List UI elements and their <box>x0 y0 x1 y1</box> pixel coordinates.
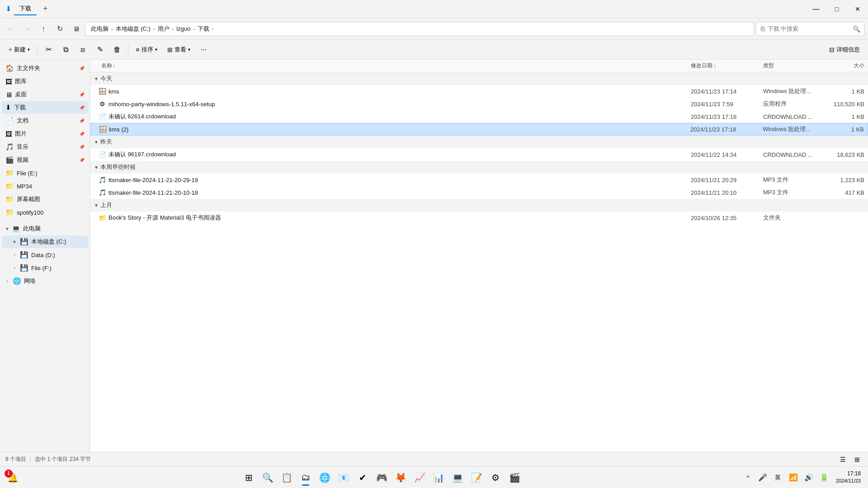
sound-button[interactable]: 🔊 <box>802 470 816 485</box>
gallery-icon: 🖼 <box>5 78 12 85</box>
file-type-icon: ⚙ <box>98 100 107 108</box>
sidebar-item-label: spotify100 <box>17 209 43 216</box>
start-button[interactable]: ⊞ <box>240 469 258 487</box>
file-explorer-button[interactable]: 🗂 <box>297 469 315 487</box>
edge-button[interactable]: 🌐 <box>316 469 334 487</box>
video-button[interactable]: 🎬 <box>505 469 524 487</box>
outlook-button[interactable]: 📧 <box>335 469 353 487</box>
col-date-header[interactable]: 修改日期 ↕ <box>687 62 760 70</box>
close-button[interactable]: ✕ <box>847 2 868 16</box>
file-size: 1 KB <box>822 126 868 133</box>
clock[interactable]: 17:18 2024/11/23 <box>832 470 864 484</box>
refresh-button[interactable]: ↻ <box>52 22 67 36</box>
notes-button[interactable]: 📝 <box>467 469 486 487</box>
sort-button[interactable]: ≡ 排序 ▾ <box>131 42 161 57</box>
search-input[interactable] <box>760 25 851 32</box>
list-view-button[interactable]: ☰ <box>837 454 848 465</box>
address-bar[interactable]: 此电脑 › 本地磁盘 (C:) › 用户 › lzguo › 下载 › <box>85 22 754 36</box>
sidebar-item-label: 网络 <box>24 277 36 285</box>
more-button[interactable]: ··· <box>196 42 212 57</box>
expand-icon: ▼ <box>4 226 11 231</box>
forward-button[interactable]: → <box>20 22 34 36</box>
copy-button[interactable]: ⧉ <box>57 42 74 57</box>
settings-button[interactable]: ⚙ <box>486 469 505 487</box>
details-button[interactable]: ⊟ 详细信息 <box>825 42 864 57</box>
sidebar-item-thispc[interactable]: ▼ 💻 此电脑 <box>2 222 88 235</box>
file-row[interactable]: 📄 未确认 62614.crdownload 2024/11/23 17:18 … <box>90 110 868 123</box>
back-button[interactable]: ← <box>4 22 18 36</box>
sidebar-item-pics[interactable]: 🖼 图片 📌 <box>2 127 88 140</box>
firefox-button[interactable]: 🦊 <box>392 469 410 487</box>
col-name-header[interactable]: 名称 ↕ <box>98 62 687 70</box>
search-bar[interactable]: 🔍 <box>756 22 864 36</box>
file-row[interactable]: 🪟 kms 2024/11/23 17:14 Windows 批处理... 1 … <box>90 85 868 98</box>
sidebar-item-gallery[interactable]: 🖼 图库 <box>2 75 88 88</box>
col-type-header[interactable]: 类型 <box>760 62 823 70</box>
battery-button[interactable]: 🔋 <box>817 470 831 485</box>
breadcrumb-item-1[interactable]: 本地磁盘 (C:) <box>114 24 152 34</box>
new-button[interactable]: + 新建 ▾ <box>4 42 34 57</box>
hidden-icons-button[interactable]: ^ <box>742 470 755 485</box>
file-date: 2024/11/23 7:59 <box>687 101 760 108</box>
monitor-button[interactable]: 📊 <box>429 469 448 487</box>
up-button[interactable]: ↑ <box>36 22 51 36</box>
xbox-button[interactable]: 🎮 <box>373 469 391 487</box>
sidebar-item-spotify[interactable]: 📁 spotify100 <box>2 206 88 219</box>
group-header-yesterday[interactable]: ▼ 昨天 <box>90 136 868 148</box>
sidebar-item-mp34[interactable]: 📁 MP34 <box>2 180 88 192</box>
todo-button[interactable]: ✔ <box>354 469 372 487</box>
terminal-button[interactable]: 💻 <box>448 469 467 487</box>
breadcrumb-item-3[interactable]: lzguo <box>175 24 192 33</box>
maximize-button[interactable]: □ <box>826 2 847 16</box>
file-row[interactable]: 📁 Book's Story - 开源 Material3 电子书阅读器 202… <box>90 211 868 224</box>
lang-button[interactable]: 英 <box>771 470 785 485</box>
file-row[interactable]: 🎵 ttsmaker-file-2024-11-21-20-10-18 2024… <box>90 186 868 199</box>
view-toggle-button[interactable]: 🖥 <box>69 22 83 36</box>
main-area: 🏠 主文件夹 📌 🖼 图库 🖥 桌面 📌 ⬇ 下载 📌 📄 文档 📌 🖼 图片 <box>0 60 868 452</box>
sidebar-item-desktop[interactable]: 🖥 桌面 📌 <box>2 88 88 101</box>
search-button[interactable]: 🔍 <box>259 469 277 487</box>
sidebar-item-videos[interactable]: 🎬 视频 📌 <box>2 154 88 166</box>
sidebar-item-d-drive[interactable]: › 💾 Data (D:) <box>2 249 88 261</box>
file-row[interactable]: 🎵 ttsmaker-file-2024-11-21-20-29-19 2024… <box>90 174 868 186</box>
file-row-selected[interactable]: 🪟 kms (2) 2024/11/23 17:18 Windows 批处理..… <box>90 123 868 136</box>
file-name: 未确认 62614.crdownload <box>107 113 687 121</box>
rename-button[interactable]: ✎ <box>92 42 108 57</box>
group-header-thisweek[interactable]: ▼ 本周早些时候 <box>90 161 868 174</box>
sidebar-item-home[interactable]: 🏠 主文件夹 📌 <box>2 62 88 75</box>
sidebar-item-downloads[interactable]: ⬇ 下载 📌 <box>2 101 88 114</box>
group-header-lastmonth[interactable]: ▼ 上月 <box>90 199 868 211</box>
view-button[interactable]: ⊞ 查看 ▾ <box>163 42 195 57</box>
group-header-today[interactable]: ▼ 今天 <box>90 72 868 85</box>
sidebar-item-f-drive[interactable]: › 💾 File (F:) <box>2 262 88 274</box>
file-row[interactable]: 📄 未确认 96197.crdownload 2024/11/22 14:34 … <box>90 148 868 161</box>
file-date: 2024/11/22 14:34 <box>687 151 760 158</box>
breadcrumb-item-2[interactable]: 用户 <box>156 24 171 34</box>
breadcrumb-item-4[interactable]: 下载 <box>196 24 211 34</box>
taskview-button[interactable]: 📋 <box>278 469 296 487</box>
file-row[interactable]: ⚙ mihomo-party-windows-1.5.11-x64-setup … <box>90 98 868 110</box>
sidebar-item-c-drive[interactable]: ▼ 💾 本地磁盘 (C:) <box>2 235 88 248</box>
cut-button[interactable]: ✂ <box>40 42 57 57</box>
file-type: 文件夹 <box>760 214 823 222</box>
col-size-header[interactable]: 大小 <box>823 62 868 70</box>
minimize-button[interactable]: — <box>806 2 826 16</box>
paste-button[interactable]: ⧇ <box>75 42 91 57</box>
sidebar-item-screenshots[interactable]: 📁 屏幕截图 <box>2 193 88 206</box>
delete-button[interactable]: 🗑 <box>109 42 125 57</box>
trading-button[interactable]: 📈 <box>410 469 429 487</box>
sidebar-item-music[interactable]: 🎵 音乐 📌 <box>2 141 88 153</box>
sidebar-item-network[interactable]: › 🌐 网络 <box>2 275 88 287</box>
tab-active[interactable]: 下载 <box>14 3 37 15</box>
file-type: CRDOWNLOAD ... <box>760 151 823 158</box>
file-date: 2024/11/21 20:10 <box>687 189 760 196</box>
breadcrumb-item-0[interactable]: 此电脑 <box>89 24 110 34</box>
sidebar-item-docs[interactable]: 📄 文档 📌 <box>2 114 88 127</box>
grid-view-button[interactable]: ⊞ <box>852 454 863 465</box>
wifi-button[interactable]: 📶 <box>786 470 801 485</box>
sidebar-item-file-e[interactable]: 📁 File (E:) <box>2 167 88 179</box>
add-tab-button[interactable]: + <box>39 4 52 14</box>
statusbar: 8 个项目 | 选中 1 个项目 234 字节 ☰ ⊞ <box>0 452 868 466</box>
clock-time: 17:18 <box>847 470 861 478</box>
mic-button[interactable]: 🎤 <box>755 470 770 485</box>
